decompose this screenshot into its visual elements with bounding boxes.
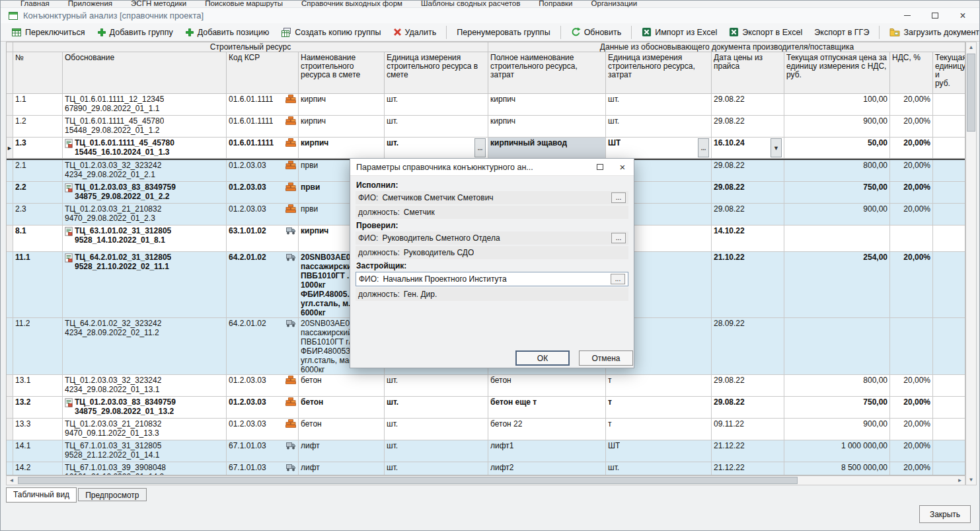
export-gge-button[interactable]: Экспорт в ГГЭ [809, 26, 874, 39]
fio-row-developer[interactable]: ФИО:Начальник Проектного Института... [356, 272, 628, 286]
cell-13.2-full_name[interactable]: бетон еще т [488, 397, 606, 419]
cell-1.1-num[interactable]: 1.1 [13, 94, 63, 116]
column-header-just[interactable]: Обоснование [63, 52, 227, 94]
cell-11.1-date[interactable]: 21.10.22 [712, 252, 784, 318]
cell-11.2-vat[interactable] [890, 318, 933, 375]
dialog-cancel-button[interactable]: Отмена [579, 350, 633, 366]
scroll-left-icon[interactable]: ◄ [7, 475, 17, 485]
cell-1.3-date[interactable]: 16.10.24▼ [712, 138, 784, 159]
cell-1.2-vat[interactable]: 20,00% [890, 116, 933, 138]
cell-2.3-date[interactable]: 29.08.22 [712, 204, 784, 225]
cell-8.1-num[interactable]: 8.1 [13, 225, 63, 252]
cell-2.2-num[interactable]: 2.2 [13, 182, 63, 204]
grid-row-13.1[interactable]: 13.1ТЦ_01.2.03.03_32_323242 4234_29.08.2… [7, 375, 965, 397]
cell-2.2-cut[interactable] [933, 182, 965, 204]
fio-picker-button-executor[interactable]: ... [611, 192, 626, 203]
window-titlebar[interactable]: Конъюнктурный анализ [справочник проекта… [1, 7, 979, 23]
cell-1.1-date[interactable]: 29.08.22 [712, 94, 784, 116]
cell-1.1-ksr[interactable]: 01.6.01.1111 [227, 94, 299, 116]
cell-2.3-ksr[interactable]: 01.2.03.03 [227, 204, 299, 225]
maximize-icon[interactable] [921, 9, 949, 23]
cell-14.1-ksr[interactable]: 67.1.01.03 [227, 440, 299, 462]
cell-2.2-date[interactable]: 29.08.22 [712, 182, 784, 204]
cell-13.1-ksr[interactable]: 01.2.03.03 [227, 375, 299, 397]
cell-11.2-num[interactable]: 11.2 [13, 318, 63, 375]
add-group-button[interactable]: Добавить группу [92, 26, 178, 39]
cell-14.2-cut[interactable] [933, 462, 965, 475]
cell-13.1-date[interactable]: 29.08.22 [712, 375, 784, 397]
import-excel-button[interactable]: Импорт из Excel [636, 25, 722, 39]
cell-14.1-name[interactable]: лифт [299, 440, 385, 462]
horizontal-scrollbar[interactable]: ◄ ► [6, 475, 965, 485]
column-header-unit[interactable]: Единица измерения строительного ресурса … [385, 52, 488, 94]
ellipsis-button[interactable]: ... [698, 138, 709, 157]
cell-1.1-full_unit[interactable]: шт. [606, 94, 712, 116]
column-header-full_name[interactable]: Полное наименование строительного ресурс… [488, 52, 606, 94]
cell-1.3-num[interactable]: 1.3 [13, 138, 63, 159]
cell-14.2-num[interactable]: 14.2 [13, 462, 63, 475]
cell-11.2-price[interactable] [784, 318, 890, 375]
cell-2.1-date[interactable]: 29.08.22 [712, 160, 784, 182]
close-button[interactable]: Закрыть [919, 505, 971, 523]
cell-1.2-just[interactable]: ТЦ_01.6.01.1111_45_45780 15448_29.08.202… [63, 116, 227, 138]
cell-1.3-just[interactable]: ТЦ_01.6.01.1111_45_45780 15445_16.10.202… [63, 138, 227, 159]
cell-8.1-cut[interactable] [933, 225, 965, 252]
cell-11.1-just[interactable]: ТЦ_64.2.01.02_31_312805 9528_21.10.2022_… [63, 252, 227, 318]
column-header-price[interactable]: Текущая отпускная цена за единицу измере… [784, 52, 890, 94]
cell-1.2-full_unit[interactable]: шт. [606, 116, 712, 138]
cell-13.2-just[interactable]: ТЦ_01.2.03.03_83_8349759 34875_29.08.202… [63, 397, 227, 419]
load-document-button[interactable]: Загрузить документ [884, 26, 980, 39]
cell-11.2-ksr[interactable]: 64.2.01.02 [227, 318, 299, 375]
fio-picker-button-developer[interactable]: ... [611, 274, 625, 284]
cell-14.2-ksr[interactable]: 67.1.01.03 [227, 462, 299, 475]
cell-14.1-unit[interactable]: шт. [385, 440, 488, 462]
cell-8.1-just[interactable]: ТЦ_63.1.01.02_31_312805 9528_14.10.2022_… [63, 225, 227, 252]
cell-14.1-vat[interactable]: 20,00% [890, 440, 933, 462]
cell-2.3-price[interactable]: 900,00 [784, 204, 890, 225]
cell-2.2-price[interactable]: 750,00 [784, 182, 890, 204]
parent-menu-item-3[interactable]: Поисковые маршруты [205, 1, 283, 7]
vertical-scrollbar[interactable]: ▲ ▼ [965, 42, 977, 485]
switch-button[interactable]: Переключиться [6, 25, 91, 40]
cell-8.1-vat[interactable] [890, 225, 933, 252]
cell-8.1-ksr[interactable]: 63.1.01.02 [227, 225, 299, 252]
cell-14.2-date[interactable]: 21.12.22 [712, 462, 784, 475]
cell-8.1-price[interactable] [784, 225, 890, 252]
parent-menu-item-6[interactable]: Поправки [539, 1, 572, 7]
copy-group-button[interactable]: Создать копию группы [276, 25, 386, 40]
cell-14.1-full_name[interactable]: лифт1 [488, 440, 606, 462]
cell-1.3-full_name[interactable]: кирпичный эщавод [488, 138, 606, 159]
cell-13.2-full_unit[interactable]: т [606, 397, 712, 419]
cell-14.2-vat[interactable]: 20,00% [890, 462, 933, 475]
column-header-cut[interactable]: Текущая единицу и руб. [933, 52, 965, 94]
cell-11.1-cut[interactable] [933, 252, 965, 318]
cell-13.1-full_unit[interactable]: т [606, 375, 712, 397]
cell-13.3-price[interactable]: 900,00 [784, 419, 890, 440]
refresh-button[interactable]: Обновить [566, 25, 627, 39]
cell-13.3-cut[interactable] [933, 419, 965, 440]
cell-1.3-unit[interactable]: шт.... [385, 138, 488, 159]
cell-13.1-num[interactable]: 13.1 [13, 375, 63, 397]
dialog-ok-button[interactable]: ОК [515, 350, 570, 366]
cell-11.2-cut[interactable] [933, 318, 965, 375]
cell-14.1-just[interactable]: ТЦ_67.1.01.03_31_312805 9528_21.12.2022_… [63, 440, 227, 462]
tab-table-view[interactable]: Табличный вид [6, 487, 77, 503]
cell-13.2-unit[interactable]: шт. [385, 397, 488, 419]
parent-menu-item-2[interactable]: ЭСГН методики [131, 1, 186, 7]
cell-1.1-unit[interactable]: шт. [385, 94, 488, 116]
cell-2.3-num[interactable]: 2.3 [13, 204, 63, 225]
grid-row-1.3[interactable]: ►1.3ТЦ_01.6.01.1111_45_45780 15445_16.10… [7, 138, 965, 160]
add-position-button[interactable]: Добавить позицию [180, 26, 275, 39]
cell-1.2-cut[interactable] [933, 116, 965, 138]
column-header-name[interactable]: Наименование строительного ресурса в сме… [299, 52, 385, 94]
dialog-maximize-icon[interactable] [589, 159, 611, 175]
cell-11.1-ksr[interactable]: 64.2.01.02 [227, 252, 299, 318]
parent-menu-item-0[interactable]: Главная [20, 1, 50, 7]
grid-row-1.1[interactable]: 1.1ТЦ_01.6.01.1111_12_12345 67890_29.08.… [7, 94, 965, 116]
grid-row-14.2[interactable]: 14.2ТЦ_67.1.01.03_39_3908048 16161_21.12… [7, 462, 965, 475]
cell-13.2-ksr[interactable]: 01.2.03.03 [227, 397, 299, 419]
column-header-full_unit[interactable]: Единица измерения строительного ресурса,… [606, 52, 712, 94]
column-header-date[interactable]: Дата цены из прайса [712, 52, 784, 94]
ellipsis-button[interactable]: ... [474, 138, 486, 157]
cell-13.1-unit[interactable]: шт. [385, 375, 488, 397]
